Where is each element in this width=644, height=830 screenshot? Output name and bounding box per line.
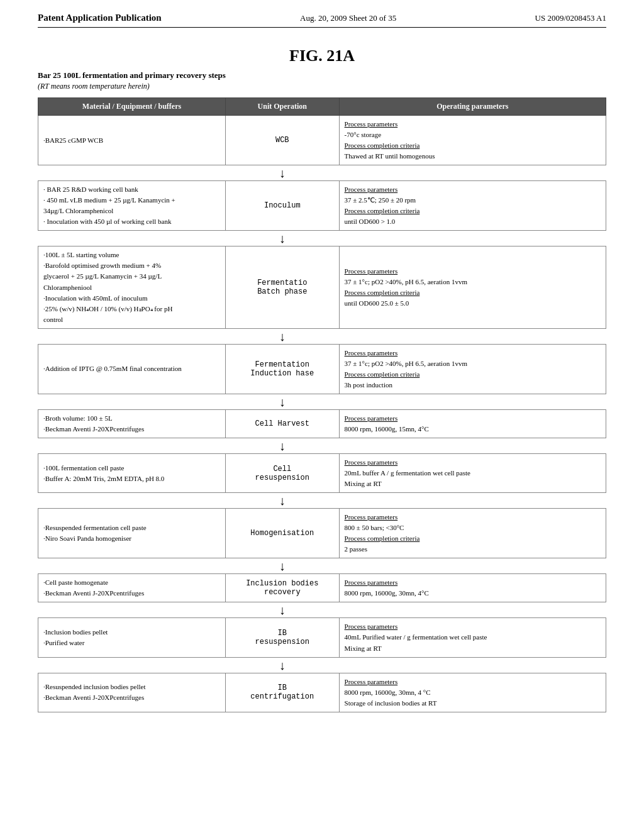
arrow-icon-5: ↓ xyxy=(225,493,339,509)
header-patent-number: US 2009/0208453 A1 xyxy=(535,13,606,23)
arrow-spacer-left-0 xyxy=(38,165,226,181)
params-title-7: Process parameters xyxy=(345,577,601,588)
params-body-8: 40mL Purified water / g fermentation wet… xyxy=(345,632,601,643)
arrow-icon-8: ↓ xyxy=(225,657,339,673)
completion-body-0: Thawed at RT until homogenous xyxy=(345,151,601,162)
params-title-1: Process parameters xyxy=(345,184,601,195)
completion-title-1: Process completion criteria xyxy=(345,206,601,216)
arrow-spacer-left-1 xyxy=(38,231,226,246)
params-title-6: Process parameters xyxy=(345,512,601,523)
params-cell-3: Process parameters37 ± 1°c; pO2 >40%, pH… xyxy=(339,344,606,394)
arrow-row-7: ↓ xyxy=(38,602,606,618)
arrow-spacer-right-0 xyxy=(339,165,606,181)
arrow-spacer-left-2 xyxy=(38,328,226,344)
unit-cell-2: FermentatioBatch phase xyxy=(225,246,339,328)
table-row: · BAR 25 R&D working cell bank· 450 mL v… xyxy=(38,181,606,231)
figure-note: (RT means room temperature herein) xyxy=(38,82,606,91)
process-table: Material / Equipment / buffers Unit Oper… xyxy=(38,97,606,712)
material-cell-9: ·Resuspended inclusion bodies pellet·Bec… xyxy=(38,673,226,712)
table-row: ·Addition of IPTG @ 0.75mM final concent… xyxy=(38,344,606,394)
unit-cell-4: Cell Harvest xyxy=(225,409,339,438)
unit-cell-8: IBresuspension xyxy=(225,618,339,657)
arrow-icon-6: ↓ xyxy=(225,558,339,574)
params-title-9: Process parameters xyxy=(345,677,601,687)
table-header-row: Material / Equipment / buffers Unit Oper… xyxy=(38,98,606,116)
table-row: ·Inclusion bodies pellet·Purified waterI… xyxy=(38,618,606,657)
unit-cell-6: Homogenisation xyxy=(225,509,339,558)
arrow-icon-4: ↓ xyxy=(225,438,339,453)
params-body-3: 37 ± 1°c; pO2 >40%, pH 6.5, aeration 1vv… xyxy=(345,358,601,369)
page-header: Patent Application Publication Aug. 20, … xyxy=(38,13,606,28)
completion-body-3: 3h post induction xyxy=(345,380,601,390)
params-title-2: Process parameters xyxy=(345,266,601,277)
arrow-row-2: ↓ xyxy=(38,328,606,344)
material-cell-5: ·100L fermentation cell paste·Buffer A: … xyxy=(38,453,226,492)
completion-body-9: Storage of inclusion bodies at RT xyxy=(345,698,601,709)
arrow-spacer-right-1 xyxy=(339,231,606,246)
table-row: ·Resuspended inclusion bodies pellet·Bec… xyxy=(38,673,606,712)
col-header-params: Operating parameters xyxy=(339,98,606,116)
params-body-5: 20mL buffer A / g fermentation wet cell … xyxy=(345,468,601,479)
params-body-6: 800 ± 50 bars; <30°C xyxy=(345,523,601,533)
arrow-spacer-left-3 xyxy=(38,394,226,409)
params-body-1: 37 ± 2.5℃; 250 ± 20 rpm xyxy=(345,195,601,206)
figure-subtitle: Bar 25 100L fermentation and primary rec… xyxy=(38,70,606,80)
table-row: ·Cell paste homogenate·Beckman Aventi J-… xyxy=(38,574,606,602)
arrow-spacer-right-2 xyxy=(339,328,606,344)
table-row: ·100L fermentation cell paste·Buffer A: … xyxy=(38,453,606,492)
completion-title-0: Process completion criteria xyxy=(345,140,601,151)
arrow-spacer-left-4 xyxy=(38,438,226,453)
unit-cell-0: WCB xyxy=(225,116,339,165)
params-title-8: Process parameters xyxy=(345,621,601,632)
params-cell-7: Process parameters8000 rpm, 16000g, 30mn… xyxy=(339,574,606,602)
completion-title-2: Process completion criteria xyxy=(345,287,601,298)
table-row: ·100L ± 5L starting volume·Barofold opti… xyxy=(38,246,606,328)
material-cell-4: ·Broth volume: 100 ± 5L·Beckman Aventi J… xyxy=(38,409,226,438)
params-cell-1: Process parameters37 ± 2.5℃; 250 ± 20 rp… xyxy=(339,181,606,231)
arrow-spacer-right-7 xyxy=(339,602,606,618)
col-header-material: Material / Equipment / buffers xyxy=(38,98,226,116)
unit-cell-5: Cellresuspension xyxy=(225,453,339,492)
params-body-4: 8000 rpm, 16000g, 15mn, 4°C xyxy=(345,424,601,434)
arrow-spacer-left-7 xyxy=(38,602,226,618)
arrow-icon-0: ↓ xyxy=(225,165,339,181)
material-cell-1: · BAR 25 R&D working cell bank· 450 mL v… xyxy=(38,181,226,231)
params-title-5: Process parameters xyxy=(345,457,601,468)
params-cell-2: Process parameters37 ± 1°c; pO2 >40%, pH… xyxy=(339,246,606,328)
arrow-row-5: ↓ xyxy=(38,493,606,509)
unit-cell-1: Inoculum xyxy=(225,181,339,231)
arrow-spacer-left-5 xyxy=(38,493,226,509)
arrow-icon-2: ↓ xyxy=(225,328,339,344)
col-header-unit: Unit Operation xyxy=(225,98,339,116)
params-cell-5: Process parameters20mL buffer A / g ferm… xyxy=(339,453,606,492)
params-cell-9: Process parameters8000 rpm, 16000g, 30mn… xyxy=(339,673,606,712)
unit-cell-7: Inclusion bodiesrecovery xyxy=(225,574,339,602)
params-cell-0: Process parameters-70°c storageProcess c… xyxy=(339,116,606,165)
material-cell-3: ·Addition of IPTG @ 0.75mM final concent… xyxy=(38,344,226,394)
params-body-7: 8000 rpm, 16000g, 30mn, 4°C xyxy=(345,588,601,599)
completion-body-2: until OD600 25.0 ± 5.0 xyxy=(345,298,601,309)
completion-body-5: Mixing at RT xyxy=(345,479,601,489)
page: Patent Application Publication Aug. 20, … xyxy=(0,0,644,830)
arrow-row-0: ↓ xyxy=(38,165,606,181)
params-title-0: Process parameters xyxy=(345,119,601,130)
params-cell-6: Process parameters800 ± 50 bars; <30°CPr… xyxy=(339,509,606,558)
unit-cell-3: FermentationInduction hase xyxy=(225,344,339,394)
table-row: ·BAR25 cGMP WCBWCBProcess parameters-70°… xyxy=(38,116,606,165)
completion-title-3: Process completion criteria xyxy=(345,369,601,380)
arrow-row-4: ↓ xyxy=(38,438,606,453)
params-body-2: 37 ± 1°c; pO2 >40%, pH 6.5, aeration 1vv… xyxy=(345,277,601,287)
material-cell-8: ·Inclusion bodies pellet·Purified water xyxy=(38,618,226,657)
arrow-row-6: ↓ xyxy=(38,558,606,574)
header-date-sheet: Aug. 20, 2009 Sheet 20 of 35 xyxy=(300,13,396,23)
arrow-icon-3: ↓ xyxy=(225,394,339,409)
params-body-0: -70°c storage xyxy=(345,130,601,140)
arrow-icon-1: ↓ xyxy=(225,231,339,246)
completion-body-6: 2 passes xyxy=(345,544,601,555)
arrow-row-1: ↓ xyxy=(38,231,606,246)
material-cell-0: ·BAR25 cGMP WCB xyxy=(38,116,226,165)
header-publication-type: Patent Application Publication xyxy=(38,13,162,23)
params-title-4: Process parameters xyxy=(345,413,601,424)
material-cell-7: ·Cell paste homogenate·Beckman Aventi J-… xyxy=(38,574,226,602)
arrow-spacer-right-6 xyxy=(339,558,606,574)
